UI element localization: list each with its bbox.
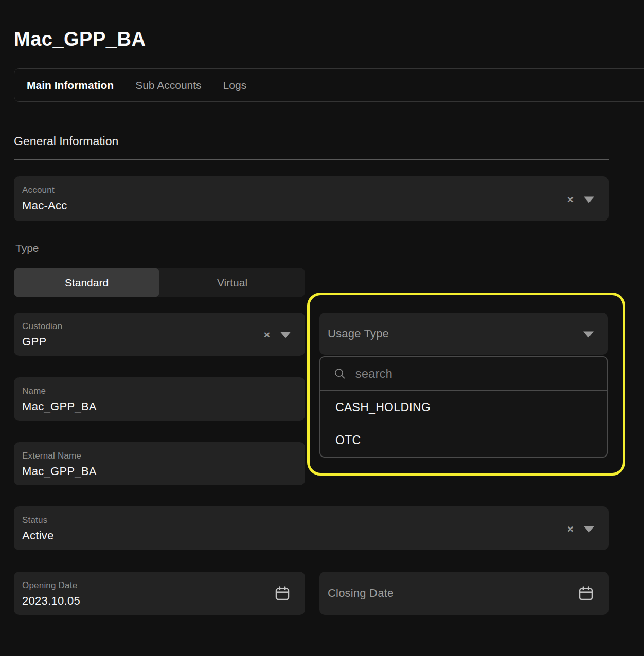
- chevron-down-icon[interactable]: [584, 196, 594, 203]
- type-option-virtual[interactable]: Virtual: [159, 268, 305, 297]
- closing-date-field[interactable]: Closing Date: [319, 572, 609, 615]
- status-select[interactable]: Status Active ×: [14, 506, 609, 550]
- tab-main-information[interactable]: Main Information: [27, 79, 114, 92]
- type-label: Type: [15, 242, 39, 254]
- custodian-select[interactable]: Custodian GPP ×: [14, 313, 305, 356]
- status-value: Active: [22, 529, 54, 542]
- usage-type-search-input[interactable]: [354, 366, 599, 381]
- usage-type-dropdown: CASH_HOLDING OTC: [319, 356, 608, 458]
- name-value: Mac_GPP_BA: [22, 400, 97, 413]
- usage-type-placeholder: Usage Type: [328, 313, 389, 355]
- type-option-standard[interactable]: Standard: [14, 268, 159, 297]
- calendar-icon[interactable]: [274, 585, 291, 602]
- tab-bar: Main Information Sub Accounts Logs: [14, 68, 644, 102]
- custodian-value: GPP: [22, 335, 46, 349]
- chevron-down-icon[interactable]: [583, 331, 594, 337]
- tab-sub-accounts[interactable]: Sub Accounts: [135, 79, 201, 92]
- account-select[interactable]: Account Mac-Acc ×: [14, 176, 609, 221]
- chevron-down-icon[interactable]: [280, 332, 291, 338]
- usage-type-select[interactable]: Usage Type: [319, 313, 608, 355]
- external-name-label: External Name: [22, 451, 81, 461]
- section-title: General Information: [14, 135, 118, 149]
- external-name-field[interactable]: External Name Mac_GPP_BA: [14, 442, 305, 485]
- tab-logs[interactable]: Logs: [223, 79, 247, 92]
- external-name-value: Mac_GPP_BA: [22, 465, 97, 478]
- account-value: Mac-Acc: [22, 199, 67, 212]
- calendar-icon[interactable]: [578, 585, 594, 602]
- opening-date-value: 2023.10.05: [22, 594, 80, 608]
- closing-date-placeholder: Closing Date: [328, 572, 393, 615]
- opening-date-field[interactable]: Opening Date 2023.10.05: [14, 572, 305, 615]
- usage-type-option-cash-holding[interactable]: CASH_HOLDING: [320, 391, 607, 424]
- chevron-down-icon[interactable]: [584, 526, 594, 532]
- clear-icon[interactable]: ×: [567, 523, 574, 534]
- usage-type-option-otc[interactable]: OTC: [320, 424, 607, 457]
- clear-icon[interactable]: ×: [264, 329, 270, 340]
- custodian-label: Custodian: [22, 321, 62, 332]
- account-label: Account: [22, 185, 55, 195]
- clear-icon[interactable]: ×: [567, 193, 574, 204]
- section-divider: [14, 159, 609, 160]
- search-icon: [334, 367, 347, 381]
- status-label: Status: [22, 515, 47, 525]
- opening-date-label: Opening Date: [22, 580, 77, 591]
- usage-type-search-row: [320, 357, 607, 391]
- type-segmented-control: Standard Virtual: [14, 268, 305, 297]
- name-field[interactable]: Name Mac_GPP_BA: [14, 377, 305, 421]
- name-label: Name: [22, 386, 46, 396]
- page-title: Mac_GPP_BA: [14, 29, 146, 50]
